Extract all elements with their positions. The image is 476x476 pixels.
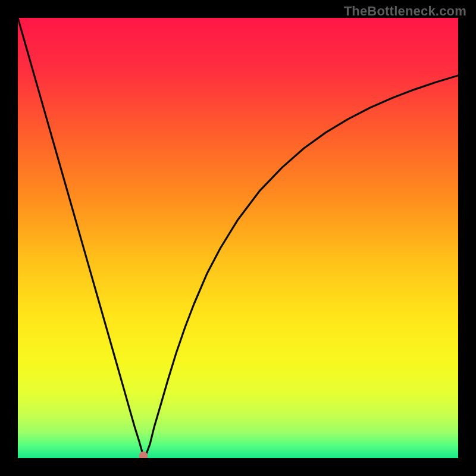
watermark-text: TheBottleneck.com bbox=[344, 4, 466, 19]
plot-area bbox=[18, 18, 458, 458]
bottleneck-chart-canvas bbox=[18, 18, 458, 458]
chart-container: TheBottleneck.com bbox=[0, 0, 476, 476]
